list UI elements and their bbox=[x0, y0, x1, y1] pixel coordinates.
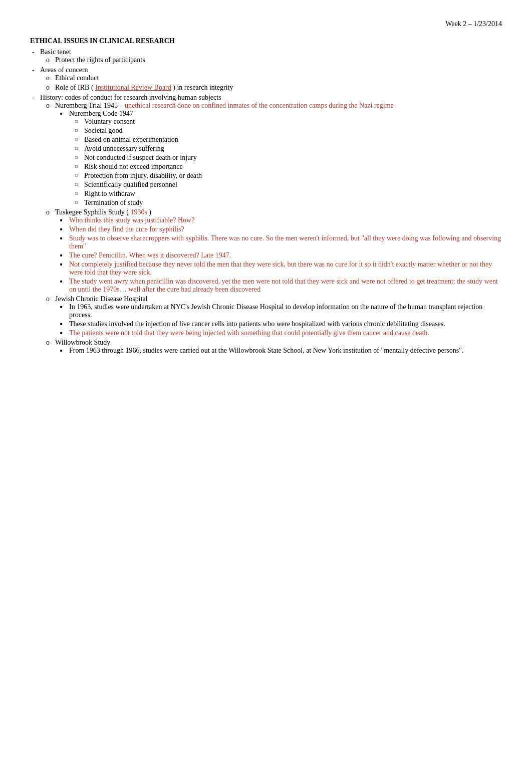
tuskegee-sub-5: The study went awry when penicillin was … bbox=[69, 278, 502, 294]
irb-link[interactable]: Institutional Review Board bbox=[95, 84, 171, 91]
areas-concern-sub-list: Ethical conduct Role of IRB ( Institutio… bbox=[40, 74, 502, 92]
tuskegee-item: Tuskegee Syphilis Study ( 1930s ) Who th… bbox=[55, 208, 502, 294]
nc-item-0: Voluntary consent bbox=[84, 118, 502, 126]
basic-tenet-label: Basic tenet bbox=[40, 48, 71, 56]
areas-concern-label: Areas of concern bbox=[40, 66, 88, 74]
role-irb-pre: Role of IRB ( bbox=[55, 84, 95, 91]
nc-item-1: Societal good bbox=[84, 127, 502, 135]
main-title: ETHICAL ISSUES IN CLINICAL RESEARCH bbox=[30, 37, 502, 45]
willowbrook-sub-list: From 1963 through 1966, studies were car… bbox=[55, 347, 502, 355]
nc-item-2: Based on animal experimentation bbox=[84, 136, 502, 144]
tuskegee-year: 1930s bbox=[130, 208, 147, 216]
nc-item-8: Right to withdraw bbox=[84, 190, 502, 198]
tuskegee-sub-0: Who thinks this study was justifiable? H… bbox=[69, 216, 502, 224]
tuskegee-sub-list: Who thinks this study was justifiable? H… bbox=[55, 216, 502, 294]
tuskegee-sub-4: Not completely justified because they ne… bbox=[69, 260, 502, 277]
tuskegee-pre: Tuskegee Syphilis Study ( bbox=[55, 208, 130, 216]
tuskegee-post: ) bbox=[147, 208, 151, 216]
main-list: Basic tenet Protect the rights of partic… bbox=[30, 48, 502, 355]
jewish-sub-0: In 1963, studies were undertaken at NYC'… bbox=[69, 303, 502, 319]
header-date: Week 2 – 1/23/2014 bbox=[30, 20, 502, 28]
basic-tenet-item: Basic tenet Protect the rights of partic… bbox=[40, 48, 502, 64]
basic-tenet-sub-label: Protect the rights of participants bbox=[55, 56, 145, 64]
nuremberg-code-label: Nuremberg Code 1947 bbox=[69, 110, 133, 117]
areas-concern-item: Areas of concern Ethical conduct Role of… bbox=[40, 66, 502, 92]
jewish-sub-2: The patients were not told that they wer… bbox=[69, 329, 502, 337]
nc-item-6: Protection from injury, disability, or d… bbox=[84, 172, 502, 180]
basic-tenet-sub-list: Protect the rights of participants bbox=[40, 56, 502, 64]
nuremberg-pre: Nuremberg Trial 1945 – bbox=[55, 102, 125, 109]
jewish-item: Jewish Chronic Disease Hospital In 1963,… bbox=[55, 295, 502, 337]
nuremberg-code-sub-list: Voluntary consent Societal good Based on… bbox=[69, 118, 502, 207]
willowbrook-label: Willowbrook Study bbox=[55, 339, 110, 346]
jewish-label: Jewish Chronic Disease Hospital bbox=[55, 295, 148, 303]
jewish-sub-1: These studies involved the injection of … bbox=[69, 320, 502, 328]
willowbrook-item: Willowbrook Study From 1963 through 1966… bbox=[55, 339, 502, 355]
history-item: History: codes of conduct for research i… bbox=[40, 94, 502, 355]
nc-item-9: Termination of study bbox=[84, 199, 502, 207]
nc-item-5: Risk should not exceed importance bbox=[84, 163, 502, 171]
ethical-conduct-item: Ethical conduct bbox=[55, 74, 502, 82]
nuremberg-item: Nuremberg Trial 1945 – unethical researc… bbox=[55, 102, 502, 207]
nc-item-3: Avoid unnecessary suffering bbox=[84, 145, 502, 153]
nc-item-7: Scientifically qualified personnel bbox=[84, 181, 502, 189]
nuremberg-code-list: Nuremberg Code 1947 Voluntary consent So… bbox=[55, 110, 502, 207]
role-irb-post: ) in research integrity bbox=[171, 84, 233, 91]
history-label: History: codes of conduct for research i… bbox=[40, 94, 221, 101]
tuskegee-sub-3: The cure? Penicillin. When was it discov… bbox=[69, 251, 502, 259]
tuskegee-sub-2: Study was to observe sharecroppers with … bbox=[69, 234, 502, 250]
jewish-sub-list: In 1963, studies were undertaken at NYC'… bbox=[55, 303, 502, 337]
willowbrook-sub-0: From 1963 through 1966, studies were car… bbox=[69, 347, 502, 355]
tuskegee-sub-1: When did they find the cure for syphilis… bbox=[69, 225, 502, 233]
role-irb-item: Role of IRB ( Institutional Review Board… bbox=[55, 84, 502, 92]
history-sub-list: Nuremberg Trial 1945 – unethical researc… bbox=[40, 102, 502, 355]
nuremberg-code-item: Nuremberg Code 1947 Voluntary consent So… bbox=[69, 110, 502, 207]
basic-tenet-sub-item: Protect the rights of participants bbox=[55, 56, 502, 64]
nc-item-4: Not conducted if suspect death or injury bbox=[84, 154, 502, 162]
ethical-conduct-label: Ethical conduct bbox=[55, 74, 99, 82]
nuremberg-red: unethical research done on confined inma… bbox=[125, 102, 394, 109]
